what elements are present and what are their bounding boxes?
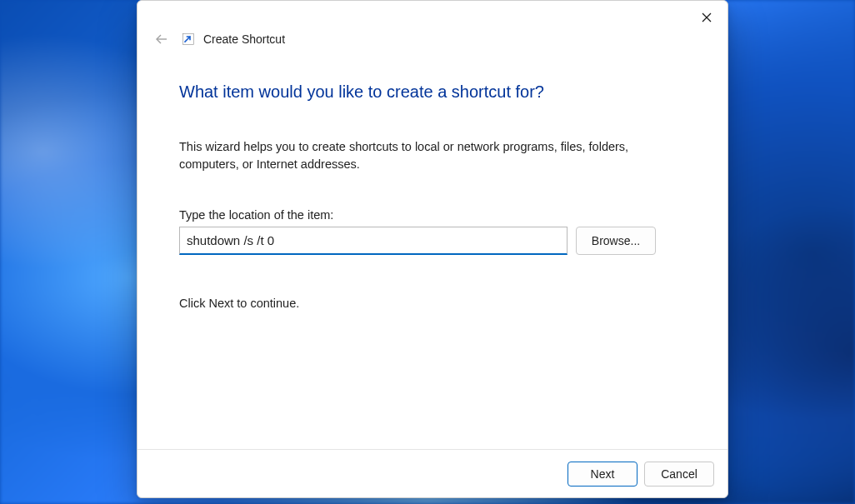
next-button[interactable]: Next [568,462,638,487]
cancel-button[interactable]: Cancel [644,462,714,487]
wizard-title: Create Shortcut [203,32,285,46]
back-arrow-icon [154,32,169,47]
continue-hint: Click Next to continue. [179,297,686,310]
close-icon [702,12,712,22]
wizard-header: Create Shortcut [138,24,728,54]
create-shortcut-dialog: Create Shortcut What item would you like… [137,0,728,498]
page-heading: What item would you like to create a sho… [179,82,686,102]
location-label: Type the location of the item: [179,208,686,222]
location-row: Browse... [179,227,686,255]
shortcut-icon [182,32,195,46]
back-button[interactable] [150,27,173,51]
wizard-description: This wizard helps you to create shortcut… [179,138,646,173]
wizard-body: What item would you like to create a sho… [138,54,728,449]
location-input[interactable] [179,227,568,255]
browse-button[interactable]: Browse... [576,227,656,255]
wizard-footer: Next Cancel [138,449,728,497]
